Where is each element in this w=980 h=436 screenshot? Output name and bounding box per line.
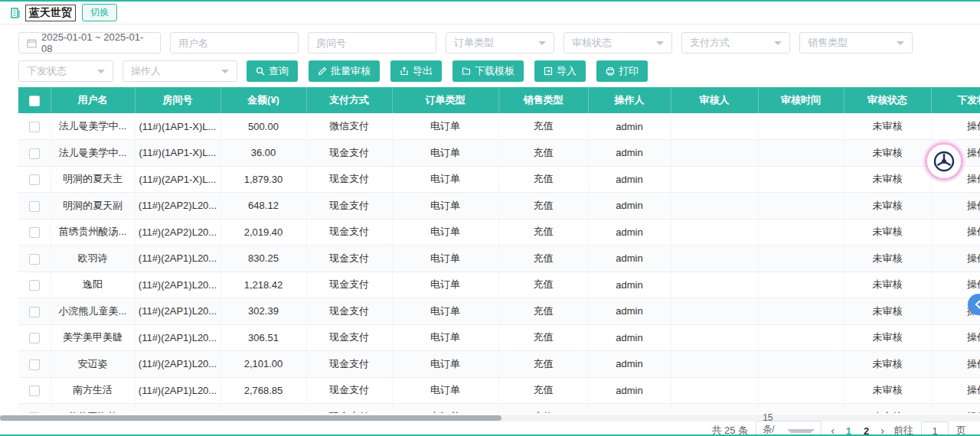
cell-amount: 2,019.40 <box>220 219 306 246</box>
cell-order-type: 电订单 <box>392 166 498 193</box>
page-size-value: 15条/页 <box>763 412 782 436</box>
cell-audit-time <box>758 351 844 378</box>
cell-room: (11#)(2AP1)L20... <box>135 246 220 272</box>
print-label: 打印 <box>619 64 639 78</box>
orders-table: 用户名 房间号 金额(¥) 支付方式 订单类型 销售类型 操作人 审核人 审核时… <box>18 87 980 413</box>
cell-audit-status: 未审核 <box>844 272 931 298</box>
page-size-select[interactable]: 15条/页 <box>756 421 822 436</box>
cell-dispatch[interactable]: 操作 <box>931 219 980 246</box>
cell-operator: admin <box>588 351 671 378</box>
col-operator: 操作人 <box>588 87 671 113</box>
cell-auditor <box>671 193 758 220</box>
cell-dispatch[interactable]: 操作 <box>931 404 980 414</box>
row-checkbox[interactable] <box>29 412 40 413</box>
cell-sales-type: 充值 <box>498 298 588 325</box>
filter-panel: 2025-01-01 ~ 2025-01-08 订单类型 审核状态 支付方式 销… <box>0 32 980 82</box>
username-input[interactable] <box>178 37 290 49</box>
page-number-1[interactable]: 1 <box>844 425 854 436</box>
horizontal-scrollbar-thumb[interactable] <box>0 415 501 421</box>
room-input[interactable] <box>316 37 428 49</box>
order-type-select[interactable]: 订单类型 <box>446 32 554 54</box>
cell-sales-type: 充值 <box>498 166 588 193</box>
import-button[interactable]: 导入 <box>534 60 586 82</box>
cell-room: (11#)(2AP1)L20... <box>135 351 220 378</box>
export-button[interactable]: 导出 <box>390 60 442 82</box>
calendar-icon <box>27 38 37 48</box>
cell-audit-time <box>758 298 844 325</box>
print-button[interactable]: 打印 <box>596 60 648 82</box>
chevron-down-icon <box>774 41 782 45</box>
row-checkbox[interactable] <box>29 174 40 185</box>
cell-username: 逸阳 <box>51 272 135 298</box>
row-checkbox[interactable] <box>29 360 40 370</box>
cell-dispatch[interactable]: 操作 <box>931 272 980 298</box>
import-label: 导入 <box>557 64 577 78</box>
cell-audit-status: 未审核 <box>844 140 931 167</box>
cell-dispatch[interactable]: 操作 <box>931 351 980 378</box>
cell-order-type: 电订单 <box>392 113 498 140</box>
col-sales-type: 销售类型 <box>498 87 588 113</box>
import-icon <box>544 67 553 76</box>
prev-page-button[interactable]: ‹ <box>829 425 836 436</box>
query-button[interactable]: 查询 <box>247 60 298 82</box>
download-template-label: 下载模板 <box>475 64 514 78</box>
cell-dispatch[interactable]: 操作 <box>931 193 980 220</box>
cell-sales-type: 充值 <box>498 351 588 378</box>
cell-audit-time <box>758 113 844 140</box>
floating-logo-badge[interactable] <box>925 142 963 181</box>
cell-pay-method: 现金支付 <box>306 351 392 378</box>
order-type-placeholder: 订单类型 <box>454 36 534 50</box>
cell-audit-status: 未审核 <box>844 113 931 140</box>
cell-dispatch[interactable]: 操作 <box>931 246 980 272</box>
dispatch-status-select[interactable]: 下发状态 <box>18 60 113 82</box>
cell-auditor <box>671 298 758 325</box>
row-checkbox[interactable] <box>29 148 40 159</box>
cell-room: (11#)(2AP1)L20... <box>135 272 220 298</box>
row-checkbox[interactable] <box>29 280 40 291</box>
cell-auditor <box>671 324 758 351</box>
cell-operator: admin <box>588 193 671 220</box>
pay-method-select[interactable]: 支付方式 <box>681 32 790 54</box>
audit-status-select[interactable]: 审核状态 <box>564 32 672 54</box>
cell-username: 法儿曼美学中... <box>51 140 135 167</box>
switch-button[interactable]: 切换 <box>82 4 117 21</box>
cell-sales-type: 充值 <box>498 272 588 298</box>
table-row: 安迈姿 (11#)(2AP1)L20... 2,101.00 现金支付 电订单 … <box>18 351 980 378</box>
row-select-cell <box>18 113 51 140</box>
col-audit-time: 审核时间 <box>758 87 844 113</box>
cell-amount: 302.39 <box>220 298 306 325</box>
cell-room: (11#)(2AP1)L20... <box>135 298 220 325</box>
cell-dispatch[interactable]: 操作 <box>931 324 980 351</box>
batch-audit-button[interactable]: 批量审核 <box>309 60 380 82</box>
row-checkbox[interactable] <box>29 227 40 238</box>
cell-amount: 306.51 <box>220 324 306 351</box>
row-checkbox[interactable] <box>29 386 40 396</box>
cell-dispatch[interactable]: 操作 <box>931 377 980 404</box>
operator-select[interactable]: 操作人 <box>122 60 237 82</box>
goto-page-input[interactable] <box>921 421 949 436</box>
row-checkbox[interactable] <box>29 254 40 265</box>
operator-placeholder: 操作人 <box>131 64 217 78</box>
next-page-button[interactable]: › <box>879 425 886 436</box>
chevron-down-icon <box>897 41 904 45</box>
row-checkbox[interactable] <box>29 122 40 132</box>
cell-order-type: 电订单 <box>392 193 498 220</box>
cell-amount: 36.00 <box>220 140 306 167</box>
select-all-checkbox[interactable] <box>29 96 40 106</box>
table-row: 法儿曼美学中... (11#)(1AP1-X)L... 500.00 微信支付 … <box>18 113 980 140</box>
row-checkbox[interactable] <box>29 201 40 212</box>
cell-auditor <box>671 246 758 272</box>
cell-audit-status: 未审核 <box>844 246 931 272</box>
cell-audit-status: 未审核 <box>844 166 931 193</box>
row-checkbox[interactable] <box>29 333 40 343</box>
row-checkbox[interactable] <box>29 307 40 317</box>
cell-audit-time <box>758 193 844 220</box>
page-number-2[interactable]: 2 <box>861 425 871 436</box>
goto-unit: 页 <box>956 424 966 436</box>
cell-dispatch[interactable]: 操作 <box>931 113 980 140</box>
cell-operator: admin <box>588 404 671 414</box>
download-template-button[interactable]: 下载模板 <box>452 60 524 82</box>
sales-type-select[interactable]: 销售类型 <box>799 32 913 54</box>
date-range-picker[interactable]: 2025-01-01 ~ 2025-01-08 <box>18 32 161 54</box>
cell-sales-type: 充值 <box>498 219 588 246</box>
